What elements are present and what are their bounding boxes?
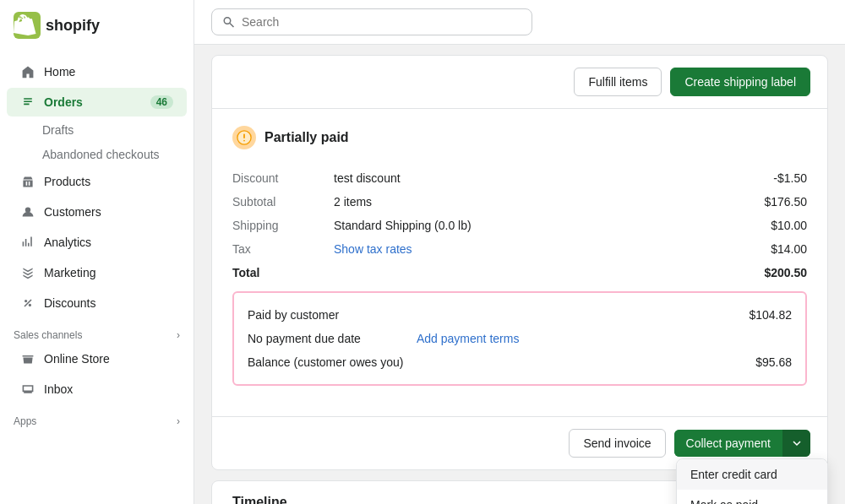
content-wrapper: Fulfill items Create shipping label [194, 45, 845, 504]
sidebar-item-abandoned[interactable]: Abandoned checkouts [7, 143, 187, 166]
line-items-table: Discount test discount -$1.50 Subtotal 2… [232, 166, 807, 285]
discount-amount: -$1.50 [739, 171, 807, 185]
paid-by-customer-row: Paid by customer $104.82 [248, 303, 792, 327]
sidebar-item-online-store[interactable]: Online Store [7, 344, 187, 373]
svg-line-5 [230, 23, 233, 26]
analytics-icon [20, 235, 35, 250]
tax-label: Tax [232, 242, 334, 256]
sales-channels-title: Sales channels › [0, 319, 194, 344]
main-area: Fulfill items Create shipping label [194, 0, 845, 504]
svg-point-3 [29, 304, 31, 306]
dropdown-item-credit-card[interactable]: Enter credit card [677, 459, 827, 490]
total-label: Total [232, 266, 334, 279]
collect-payment-dropdown: Enter credit card Mark as paid [676, 458, 828, 504]
fulfill-items-button[interactable]: Fulfill items [574, 68, 662, 96]
paid-label: Paid by customer [248, 308, 417, 322]
sidebar-label-analytics: Analytics [44, 236, 91, 249]
timeline-title: Timeline [232, 495, 287, 504]
marketing-icon [20, 265, 35, 280]
balance-row: Balance (customer owes you) $95.68 [248, 350, 792, 374]
balance-label: Balance (customer owes you) [248, 355, 417, 369]
svg-rect-7 [243, 134, 245, 138]
create-shipping-label-button[interactable]: Create shipping label [670, 68, 810, 96]
order-actions-card: Fulfill items Create shipping label [211, 55, 828, 470]
shipping-label: Shipping [232, 219, 334, 232]
total-row: Total $200.50 [232, 261, 807, 285]
svg-point-8 [243, 140, 245, 142]
home-icon [20, 64, 35, 79]
sidebar-label-marketing: Marketing [44, 266, 95, 279]
search-icon [222, 15, 235, 29]
tax-amount: $14.00 [739, 242, 807, 256]
sidebar-label-products: Products [44, 175, 90, 188]
send-invoice-button[interactable]: Send invoice [569, 429, 665, 458]
apps-chevron[interactable]: › [177, 415, 180, 427]
discount-desc: test discount [334, 171, 739, 185]
discount-row: Discount test discount -$1.50 [232, 166, 807, 190]
search-input[interactable] [242, 15, 521, 29]
sidebar-item-customers[interactable]: Customers [7, 198, 187, 226]
subtotal-desc: 2 items [334, 195, 739, 209]
partially-paid-icon [232, 126, 256, 149]
collect-payment-button[interactable]: Collect payment [674, 430, 782, 457]
logo-text: shopify [46, 17, 100, 35]
add-payment-terms[interactable]: Add payment terms [417, 332, 724, 345]
svg-point-4 [224, 18, 230, 24]
sidebar-label-abandoned: Abandoned checkouts [42, 148, 160, 161]
sidebar: shopify Home Orders 46 Drafts Abandoned … [0, 0, 194, 504]
sidebar-item-analytics[interactable]: Analytics [7, 228, 187, 257]
collect-payment-dropdown-arrow[interactable] [782, 430, 810, 457]
payment-header: Partially paid [232, 126, 807, 149]
shopify-logo: shopify [14, 12, 100, 39]
sidebar-header: shopify [0, 0, 194, 51]
payment-due-row: No payment due date Add payment terms [248, 327, 792, 350]
tax-desc[interactable]: Show tax rates [334, 242, 739, 256]
sidebar-label-customers: Customers [44, 205, 101, 219]
sidebar-item-drafts[interactable]: Drafts [7, 118, 187, 142]
total-amount: $200.50 [739, 266, 807, 279]
sidebar-item-marketing[interactable]: Marketing [7, 258, 187, 287]
sidebar-item-home[interactable]: Home [7, 57, 187, 86]
collect-payment-split-button[interactable]: Collect payment [674, 430, 810, 457]
payment-section: Partially paid Discount test discount -$… [212, 109, 827, 416]
subtotal-row: Subtotal 2 items $176.50 [232, 190, 807, 214]
shipping-row: Shipping Standard Shipping (0.0 lb) $10.… [232, 214, 807, 237]
sidebar-label-discounts: Discounts [44, 296, 95, 310]
subtotal-label: Subtotal [232, 195, 334, 209]
shipping-amount: $10.00 [739, 219, 807, 232]
top-bar [194, 0, 845, 45]
paid-amount: $104.82 [724, 308, 792, 322]
order-top-actions: Fulfill items Create shipping label [212, 56, 827, 109]
dropdown-item-mark-paid[interactable]: Mark as paid [677, 490, 827, 504]
products-icon [20, 174, 35, 189]
chevron-down-icon [792, 438, 802, 448]
inbox-icon [20, 382, 35, 397]
svg-point-1 [25, 207, 30, 212]
payment-status-title: Partially paid [264, 130, 349, 145]
customers-icon [20, 204, 35, 219]
orders-badge: 46 [150, 95, 173, 109]
subtotal-amount: $176.50 [739, 195, 807, 209]
sidebar-label-online-store: Online Store [44, 352, 110, 366]
sidebar-label-orders: Orders [44, 95, 83, 109]
sidebar-item-products[interactable]: Products [7, 167, 187, 196]
balance-amount: $95.68 [724, 355, 792, 369]
svg-point-2 [25, 300, 27, 302]
sidebar-label-inbox: Inbox [44, 382, 73, 396]
shipping-desc: Standard Shipping (0.0 lb) [334, 219, 739, 232]
discounts-icon [20, 295, 35, 311]
due-label: No payment due date [248, 332, 417, 345]
tax-row: Tax Show tax rates $14.00 [232, 237, 807, 261]
sidebar-navigation: Home Orders 46 Drafts Abandoned checkout… [0, 51, 194, 504]
sidebar-item-orders[interactable]: Orders 46 [7, 88, 187, 117]
apps-title: Apps › [0, 405, 194, 431]
payment-highlight-box: Paid by customer $104.82 No payment due … [232, 291, 807, 386]
orders-icon [20, 95, 35, 110]
sidebar-label-home: Home [44, 65, 75, 79]
sidebar-item-discounts[interactable]: Discounts [7, 289, 187, 317]
sidebar-item-inbox[interactable]: Inbox [7, 375, 187, 404]
sidebar-label-drafts: Drafts [42, 123, 74, 137]
sales-channels-chevron[interactable]: › [177, 329, 180, 341]
online-store-icon [20, 351, 35, 366]
search-box[interactable] [211, 8, 532, 35]
